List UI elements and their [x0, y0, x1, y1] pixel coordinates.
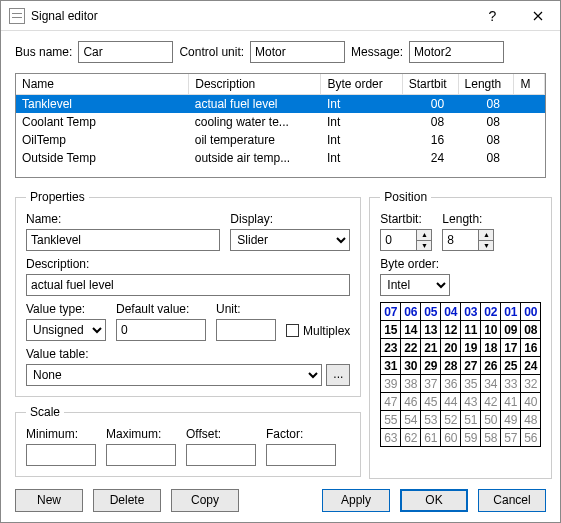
bit-cell[interactable]: 33 — [501, 375, 521, 393]
bit-cell[interactable]: 29 — [421, 357, 441, 375]
bit-cell[interactable]: 10 — [481, 321, 501, 339]
unit-input[interactable] — [216, 319, 276, 341]
bit-cell[interactable]: 24 — [521, 357, 541, 375]
bit-cell[interactable]: 32 — [521, 375, 541, 393]
bit-cell[interactable]: 18 — [481, 339, 501, 357]
bit-cell[interactable]: 44 — [441, 393, 461, 411]
bit-cell[interactable]: 04 — [441, 303, 461, 321]
bit-cell[interactable]: 58 — [481, 429, 501, 447]
valuetype-select[interactable]: Unsigned — [26, 319, 106, 341]
delete-button[interactable]: Delete — [93, 489, 161, 512]
table-row[interactable]: Outside Tempoutside air temp...Int2408 — [16, 149, 545, 167]
col-length[interactable]: Length — [458, 74, 514, 95]
bit-cell[interactable]: 12 — [441, 321, 461, 339]
ok-button[interactable]: OK — [400, 489, 468, 512]
col-name[interactable]: Name — [16, 74, 189, 95]
bit-cell[interactable]: 61 — [421, 429, 441, 447]
bit-cell[interactable]: 38 — [401, 375, 421, 393]
copy-button[interactable]: Copy — [171, 489, 239, 512]
bit-cell[interactable]: 55 — [381, 411, 401, 429]
close-button[interactable] — [515, 1, 560, 30]
control-unit-input[interactable] — [250, 41, 345, 63]
col-startbit[interactable]: Startbit — [402, 74, 458, 95]
table-row[interactable]: Tanklevelactual fuel levelInt0008 — [16, 95, 545, 114]
min-input[interactable] — [26, 444, 96, 466]
table-row[interactable]: Coolant Tempcooling water te...Int0808 — [16, 113, 545, 131]
col-desc[interactable]: Description — [189, 74, 321, 95]
bit-cell[interactable]: 23 — [381, 339, 401, 357]
chevron-up-icon[interactable]: ▲ — [417, 230, 431, 241]
bit-cell[interactable]: 19 — [461, 339, 481, 357]
bit-cell[interactable]: 49 — [501, 411, 521, 429]
bit-cell[interactable]: 46 — [401, 393, 421, 411]
message-input[interactable] — [409, 41, 504, 63]
bit-cell[interactable]: 62 — [401, 429, 421, 447]
bit-cell[interactable]: 14 — [401, 321, 421, 339]
bit-cell[interactable]: 06 — [401, 303, 421, 321]
bit-cell[interactable]: 25 — [501, 357, 521, 375]
bit-cell[interactable]: 16 — [521, 339, 541, 357]
startbit-input[interactable] — [380, 229, 416, 251]
bit-cell[interactable]: 40 — [521, 393, 541, 411]
bit-cell[interactable]: 41 — [501, 393, 521, 411]
bit-cell[interactable]: 17 — [501, 339, 521, 357]
chevron-down-icon[interactable]: ▼ — [479, 241, 493, 251]
bit-cell[interactable]: 13 — [421, 321, 441, 339]
bit-cell[interactable]: 63 — [381, 429, 401, 447]
bit-cell[interactable]: 03 — [461, 303, 481, 321]
startbit-spinner[interactable]: ▲▼ — [380, 229, 432, 251]
display-select[interactable]: Slider — [230, 229, 350, 251]
length-input[interactable] — [442, 229, 478, 251]
bit-cell[interactable]: 08 — [521, 321, 541, 339]
chevron-up-icon[interactable]: ▲ — [479, 230, 493, 241]
chevron-down-icon[interactable]: ▼ — [417, 241, 431, 251]
default-input[interactable] — [116, 319, 206, 341]
bit-cell[interactable]: 51 — [461, 411, 481, 429]
bit-cell[interactable]: 57 — [501, 429, 521, 447]
bit-cell[interactable]: 05 — [421, 303, 441, 321]
apply-button[interactable]: Apply — [322, 489, 390, 512]
help-button[interactable]: ? — [470, 1, 515, 30]
bit-cell[interactable]: 01 — [501, 303, 521, 321]
bit-cell[interactable]: 52 — [441, 411, 461, 429]
col-m[interactable]: M — [514, 74, 545, 95]
bit-grid[interactable]: 0706050403020100151413121110090823222120… — [380, 302, 541, 447]
signals-table[interactable]: Name Description Byte order Startbit Len… — [15, 73, 546, 178]
bit-cell[interactable]: 36 — [441, 375, 461, 393]
bit-cell[interactable]: 31 — [381, 357, 401, 375]
new-button[interactable]: New — [15, 489, 83, 512]
valuetable-select[interactable]: None — [26, 364, 322, 386]
bit-cell[interactable]: 39 — [381, 375, 401, 393]
bit-cell[interactable]: 28 — [441, 357, 461, 375]
bit-cell[interactable]: 45 — [421, 393, 441, 411]
bit-cell[interactable]: 35 — [461, 375, 481, 393]
bit-cell[interactable]: 00 — [521, 303, 541, 321]
bit-cell[interactable]: 27 — [461, 357, 481, 375]
bit-cell[interactable]: 53 — [421, 411, 441, 429]
cancel-button[interactable]: Cancel — [478, 489, 546, 512]
bit-cell[interactable]: 11 — [461, 321, 481, 339]
bit-cell[interactable]: 43 — [461, 393, 481, 411]
bit-cell[interactable]: 20 — [441, 339, 461, 357]
bit-cell[interactable]: 47 — [381, 393, 401, 411]
bus-name-input[interactable] — [78, 41, 173, 63]
bit-cell[interactable]: 54 — [401, 411, 421, 429]
max-input[interactable] — [106, 444, 176, 466]
bit-cell[interactable]: 02 — [481, 303, 501, 321]
bit-cell[interactable]: 26 — [481, 357, 501, 375]
bit-cell[interactable]: 07 — [381, 303, 401, 321]
bit-cell[interactable]: 50 — [481, 411, 501, 429]
valuetable-browse-button[interactable]: ... — [326, 364, 350, 386]
spinner-arrows[interactable]: ▲▼ — [478, 229, 494, 251]
spinner-arrows[interactable]: ▲▼ — [416, 229, 432, 251]
length-spinner[interactable]: ▲▼ — [442, 229, 494, 251]
table-row[interactable]: OilTempoil temperatureInt1608 — [16, 131, 545, 149]
name-input[interactable] — [26, 229, 220, 251]
bit-cell[interactable]: 22 — [401, 339, 421, 357]
byteorder-select[interactable]: Intel — [380, 274, 450, 296]
bit-cell[interactable]: 37 — [421, 375, 441, 393]
bit-cell[interactable]: 09 — [501, 321, 521, 339]
bit-cell[interactable]: 15 — [381, 321, 401, 339]
bit-cell[interactable]: 59 — [461, 429, 481, 447]
factor-input[interactable] — [266, 444, 336, 466]
